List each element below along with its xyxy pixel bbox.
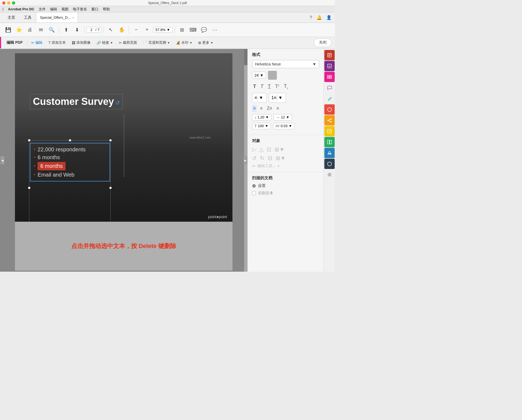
bullet-months-selected[interactable]: • 6 months [34,161,106,171]
align-z-icon[interactable]: Z≡ [266,105,273,112]
tab-home[interactable]: 主页 [3,12,20,23]
scrollbar-thumb[interactable] [244,49,247,65]
more-tools-button[interactable]: ⋯ [210,25,220,35]
ordered-list-btn[interactable]: 1≡ ▼ [269,93,286,103]
menu-help[interactable]: 帮助 [103,7,110,12]
fit-page-button[interactable]: ⊞ [177,25,187,35]
close-edit-btn[interactable]: 关闭 [314,38,332,47]
handle-tr[interactable] [109,139,112,142]
font-size-selector[interactable]: 24 ▼ [252,72,266,79]
bold-icon[interactable]: T [252,83,257,90]
text-box-bullets[interactable]: • 22,000 respondents • 6 months • 6 mont… [30,143,110,181]
tab-close-button[interactable]: × [72,16,74,19]
char-spacing-ctrl[interactable]: ↔ 12 ▼ [274,114,292,121]
menu-sign[interactable]: 电子签名 [73,7,87,12]
save-button[interactable]: 💾 [3,25,13,35]
watermark-btn[interactable]: 🔏 水印 ▼ [173,39,195,46]
arrange-icon[interactable]: ⊞▼ [276,155,286,161]
add-text-btn[interactable]: T 添加文本 [46,39,69,46]
search-button[interactable]: 🔍 [47,25,57,35]
strip-icon-fill-sign[interactable] [324,93,335,104]
unordered-list-btn[interactable]: ≡ ▼ [252,93,267,103]
menu-view[interactable]: 视图 [61,7,69,12]
rotate-ccw-icon[interactable]: ↺ [252,155,257,161]
underline-icon[interactable]: T [267,83,272,90]
recognize-text-checkbox[interactable] [252,191,256,195]
strip-icon-settings[interactable] [324,170,335,180]
flip-horizontal-icon[interactable]: ▷ [252,146,256,153]
italic-icon[interactable]: T [259,83,265,90]
strip-icon-comment[interactable] [324,83,335,93]
strip-icon-organize[interactable] [324,72,335,82]
strip-icon-protect[interactable] [324,104,335,115]
hand-tool[interactable]: ✋ [117,25,127,35]
text-color-picker[interactable] [268,71,277,80]
font-selector[interactable]: Helvetica Neue ▼ [252,60,319,68]
bookmark-button[interactable]: ⭐ [14,25,24,35]
kerning-ctrl[interactable]: AV 0.03 ▼ [273,123,294,129]
help-icon[interactable]: ? [310,15,312,20]
print-button[interactable]: 🖨 [25,25,35,35]
zoom-in-button[interactable]: + [142,25,152,35]
strip-icon-compare[interactable] [324,137,335,147]
superscript-icon[interactable]: T1 [274,83,281,90]
select-tool[interactable]: ↖ [106,25,116,35]
recognize-text-row[interactable]: 识别文本 [252,191,319,196]
strip-icon-export[interactable]: W [324,61,335,71]
edit-btn[interactable]: ✏ 编辑 [29,39,45,46]
collapse-left-btn[interactable]: ◀ [1,156,4,164]
traffic-lights[interactable] [2,1,15,5]
align-obj-icon[interactable]: ⊞▼ [275,146,285,153]
text-box-survey[interactable]: Customer Survey ↺ [30,94,123,109]
list-dropdown-2[interactable]: ▼ [277,94,284,101]
maximize-button[interactable] [12,1,15,5]
page-number-input[interactable] [88,28,94,32]
align-center-icon[interactable]: ≡ [259,105,263,112]
crop-btn[interactable]: ✂ 裁剪页面 [116,39,140,46]
upload-button[interactable]: ⬆ [61,25,71,35]
tab-document[interactable]: Special_Offers_D... × [36,12,78,23]
apple-menu[interactable]:  [2,7,4,11]
flip-vertical-icon[interactable]: △ [259,146,263,153]
strip-icon-pdf-edit[interactable] [324,50,335,60]
strip-icon-stamp[interactable] [324,148,335,158]
menu-file[interactable]: 文件 [39,7,46,12]
zoom-control[interactable]: 57.8% ▼ [153,27,173,33]
scale-ctrl[interactable]: T 100 ▼ [252,123,271,129]
add-image-btn[interactable]: 🖼 添加图像 [69,39,93,46]
subscript-icon[interactable]: T1 [283,82,289,91]
app-name[interactable]: Acrobat Pro DC [8,7,34,11]
page-control[interactable]: / 7 [86,27,101,33]
tab-tools[interactable]: 工具 [20,12,36,23]
handle-tl[interactable] [28,139,30,142]
more-btn[interactable]: ⊞ 更多 ▼ [195,39,216,46]
header-footer-btn[interactable]: 📄 页眉和页脚 ▼ [140,39,173,46]
align-right-icon[interactable]: ≡ [275,105,280,112]
handle-mr[interactable] [109,187,112,189]
comment-button[interactable]: 💬 [199,25,209,35]
handle-tm[interactable] [69,139,71,142]
strip-icon-share[interactable] [324,115,335,126]
strip-icon-extract[interactable] [324,126,335,136]
pdf-area[interactable]: ◀ Customer Survey ↺ [0,49,247,272]
zoom-out-button[interactable]: − [131,25,141,35]
replace-icon[interactable]: ⊟ [268,155,272,161]
list-dropdown-1[interactable]: ▼ [257,94,264,101]
close-button[interactable] [2,1,5,5]
line-spacing-ctrl[interactable]: ↕ 1.20 ▼ [252,114,271,121]
rotate-cw-icon[interactable]: ↻ [260,155,265,161]
touchup-button[interactable]: ⌨ [188,25,198,35]
edit-tools-row[interactable]: ✏ 编辑工具... ▼ [252,164,319,169]
collapse-right-btn[interactable]: ▶ [244,156,247,164]
account-icon[interactable]: 👤 [326,15,332,20]
link-btn[interactable]: 🔗 链接 ▼ [94,39,116,46]
menu-window[interactable]: 窗口 [91,7,98,12]
notifications-icon[interactable]: 🔔 [316,15,322,20]
strip-icon-shield[interactable] [324,159,335,169]
minimize-button[interactable] [7,1,10,5]
download-button[interactable]: ⬇ [72,25,82,35]
menu-edit[interactable]: 编辑 [50,7,57,12]
align-left-icon[interactable]: ≡ [252,105,257,112]
crop-obj-icon[interactable]: ⊡ [267,146,271,153]
scan-settings-row[interactable]: ⚙ 设置 [252,183,319,189]
